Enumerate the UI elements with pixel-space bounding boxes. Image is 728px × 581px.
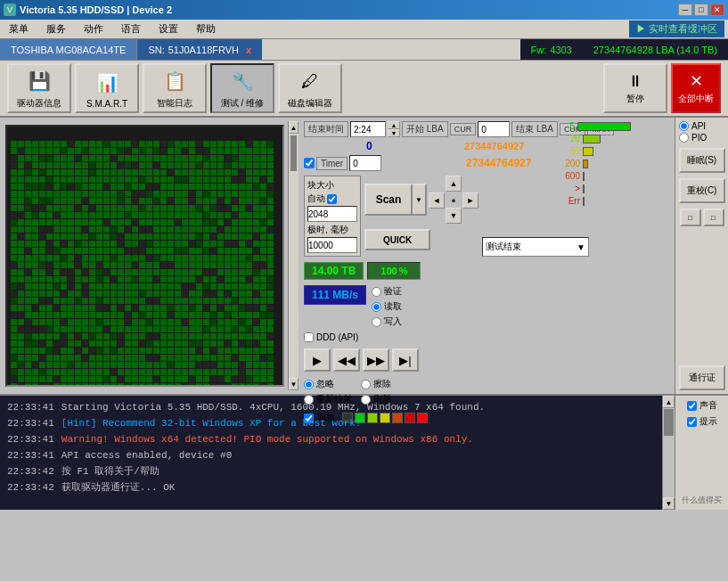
api-radio[interactable]: [679, 121, 689, 131]
dir-up-button[interactable]: ▲: [446, 176, 462, 192]
read-radio[interactable]: [372, 302, 381, 312]
dir-left-button[interactable]: ◄: [429, 192, 445, 209]
map-cell: [89, 248, 95, 254]
device-close-button[interactable]: x: [246, 45, 251, 55]
scan-dropdown-button[interactable]: ▼: [413, 184, 427, 216]
small-btn-2[interactable]: □: [703, 209, 724, 226]
end-time-spin-down[interactable]: ▼: [388, 129, 400, 137]
log-scroll-up-button[interactable]: ▲: [663, 396, 675, 408]
map-cell: [32, 348, 38, 354]
back-button[interactable]: ◀◀: [333, 348, 360, 372]
pause-button[interactable]: ⏸ 暂停: [603, 63, 667, 113]
map-cell: [246, 362, 252, 368]
map-cell: [225, 312, 231, 318]
log-line: 22:33:41Starting Victoria 5.35 HDD/SSD. …: [7, 399, 655, 415]
map-cell: [68, 283, 74, 290]
map-cell: [239, 319, 245, 325]
realtime-monitor[interactable]: ▶ 实时查看缓冲区: [629, 20, 724, 37]
map-cell: [225, 326, 231, 332]
minimize-button[interactable]: ─: [678, 4, 692, 16]
passport-button[interactable]: 通行证: [679, 365, 725, 390]
map-cell: [146, 162, 152, 168]
map-cell: [189, 333, 195, 340]
test-repair-button[interactable]: 🔧 测试 / 维修: [210, 63, 274, 113]
map-cell: [246, 155, 252, 161]
map-cell: [11, 262, 17, 268]
progress-bar: 100 %: [367, 262, 421, 280]
map-scroll-up-button[interactable]: ▲: [289, 121, 299, 134]
pio-radio[interactable]: [679, 133, 689, 143]
disk-editor-button[interactable]: 🖊 磁盘编辑器: [278, 63, 342, 113]
reboot-button[interactable]: 重校(C): [679, 178, 725, 203]
scan-btn-row: Scan ▼ ▲ ◄ ● ► ▼: [364, 176, 479, 224]
log-scroll-thumb[interactable]: [664, 409, 674, 436]
map-cell: [210, 383, 217, 387]
sound-checkbox[interactable]: [687, 401, 697, 411]
map-cell: [196, 362, 202, 368]
smart-log-button[interactable]: 📋 智能日志: [143, 63, 207, 113]
map-cell: [168, 176, 174, 183]
small-btn-1[interactable]: □: [680, 209, 701, 226]
end-time-spin-up[interactable]: ▲: [388, 121, 400, 129]
polar-input[interactable]: [307, 237, 357, 253]
map-cell: [139, 362, 145, 368]
end-button[interactable]: ▶|: [392, 348, 419, 372]
auto-checkbox[interactable]: [327, 194, 337, 204]
map-cell: [25, 362, 31, 368]
menu-item-file[interactable]: 菜单: [4, 20, 34, 37]
map-scroll-thumb[interactable]: [290, 135, 297, 171]
close-button[interactable]: ✕: [710, 4, 724, 16]
start-lba-input[interactable]: [478, 121, 510, 137]
quick-button[interactable]: QUICK: [364, 229, 430, 250]
ignore-radio[interactable]: [304, 380, 314, 389]
stop-button[interactable]: ✕ 全部中断: [671, 63, 721, 113]
map-cell: [210, 198, 217, 204]
drive-info-button[interactable]: 💾 驱动器信息: [7, 63, 71, 113]
map-cell: [39, 383, 45, 387]
map-cell: [210, 326, 217, 332]
ddd-checkbox[interactable]: [304, 332, 314, 342]
map-cell: [32, 148, 38, 154]
map-cell: [132, 233, 138, 240]
map-cell: [118, 369, 124, 375]
map-cell: [25, 176, 31, 183]
map-cell: [61, 355, 67, 361]
menu-item-language[interactable]: 语言: [116, 20, 146, 37]
map-cell: [189, 241, 195, 247]
menu-item-action[interactable]: 动作: [78, 20, 109, 37]
timer-checkbox[interactable]: [304, 158, 315, 168]
map-cell: [132, 383, 138, 387]
map-cell: [39, 141, 45, 147]
scan-button[interactable]: Scan: [364, 184, 413, 216]
map-cell: [175, 233, 181, 240]
end-time-input[interactable]: [350, 121, 386, 137]
verify-radio[interactable]: [372, 287, 381, 297]
dir-right-button[interactable]: ►: [462, 192, 479, 209]
maximize-button[interactable]: □: [694, 4, 708, 16]
write-radio[interactable]: [372, 317, 381, 327]
log-scroll-down-button[interactable]: ▼: [663, 497, 675, 510]
forward-button[interactable]: ▶▶: [363, 348, 389, 372]
hint-checkbox[interactable]: [687, 417, 697, 427]
play-button[interactable]: ▶: [304, 348, 331, 372]
map-cell: [217, 305, 224, 311]
map-cell: [260, 312, 266, 318]
block-size-min-input[interactable]: [307, 206, 357, 222]
menu-item-service[interactable]: 服务: [41, 20, 71, 37]
erase-radio[interactable]: [361, 380, 371, 389]
sleep-button[interactable]: 睡眠(S): [679, 148, 725, 173]
dir-down-button[interactable]: ▼: [446, 208, 462, 224]
map-cell: [210, 241, 217, 247]
menu-item-help[interactable]: 帮助: [191, 20, 221, 37]
menu-item-settings[interactable]: 设置: [153, 20, 184, 37]
map-cell: [53, 333, 60, 340]
smart-button[interactable]: 📊 S.M.A.R.T: [75, 63, 139, 113]
timer-input[interactable]: [349, 155, 381, 171]
map-cell: [96, 148, 102, 154]
map-scroll-down-button[interactable]: ▼: [289, 378, 299, 390]
map-cell: [139, 226, 145, 233]
device-tab[interactable]: TOSHIBA MG08ACA14TE: [0, 39, 137, 60]
map-cell: [39, 241, 45, 247]
map-cell: [110, 169, 117, 176]
map-cell: [68, 198, 74, 204]
